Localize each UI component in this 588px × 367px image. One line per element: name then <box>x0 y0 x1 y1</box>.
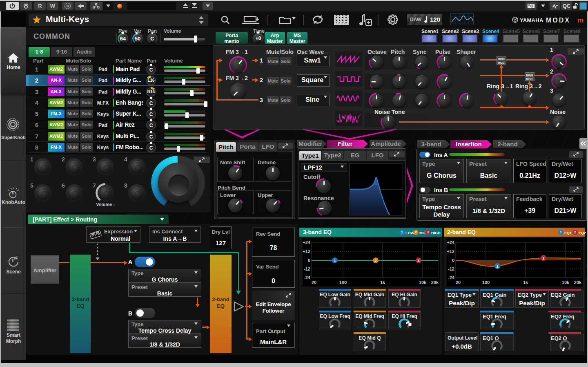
svg-text:3: 3 <box>417 259 419 263</box>
svg-text:+12: +12 <box>303 249 310 254</box>
svg-text:20: 20 <box>456 280 461 285</box>
svg-text:2: 2 <box>374 259 376 263</box>
svg-text:2: 2 <box>542 256 544 260</box>
svg-text:1: 1 <box>496 264 498 269</box>
svg-text:0: 0 <box>308 258 310 263</box>
svg-text:-24: -24 <box>304 275 311 280</box>
svg-text:20k: 20k <box>574 280 582 285</box>
svg-text:1k: 1k <box>523 280 528 285</box>
svg-text:+24: +24 <box>447 240 455 245</box>
svg-text:10k: 10k <box>419 280 427 285</box>
svg-text:-24: -24 <box>448 275 455 280</box>
svg-text:1k: 1k <box>380 280 385 285</box>
svg-text:0: 0 <box>452 258 454 263</box>
svg-text:100: 100 <box>339 280 347 285</box>
svg-text:100: 100 <box>482 280 490 285</box>
svg-text:-12: -12 <box>304 266 310 271</box>
svg-text:+24: +24 <box>303 240 311 245</box>
svg-text:20k: 20k <box>431 280 439 285</box>
svg-text:-12: -12 <box>448 266 454 271</box>
svg-text:1: 1 <box>334 259 336 263</box>
svg-text:10k: 10k <box>562 280 570 285</box>
svg-text:20: 20 <box>312 280 316 285</box>
svg-text:+12: +12 <box>447 249 454 254</box>
